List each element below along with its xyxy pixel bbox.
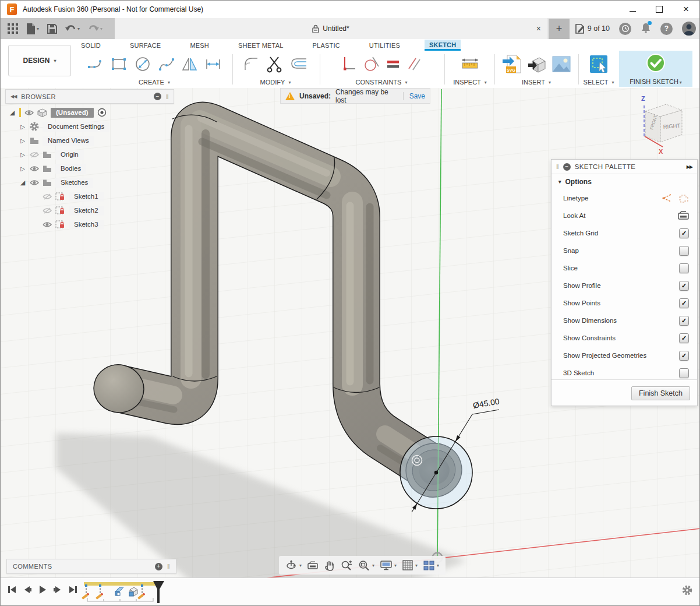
select-tool-icon[interactable] (589, 54, 609, 74)
canvas-icon[interactable] (551, 55, 571, 73)
timeline-play-button[interactable] (38, 585, 47, 594)
tree-item-sketch2[interactable]: Sketch2 (9, 203, 109, 217)
insert-svg-icon[interactable]: SVG (501, 54, 522, 75)
tree-item-bodies[interactable]: ▷ Bodies (9, 161, 109, 175)
horizontal-vertical-constraint-icon[interactable] (340, 55, 358, 73)
pan-button[interactable] (323, 559, 337, 572)
tree-item-sketches[interactable]: ◢ Sketches (9, 175, 109, 189)
file-menu-button[interactable]: ▾ (26, 23, 39, 34)
save-button[interactable] (47, 24, 57, 34)
trim-tool-icon[interactable] (266, 55, 284, 73)
tab-mesh[interactable]: MESH (185, 40, 214, 50)
tree-root-row[interactable]: ◢ (Unsaved) (9, 105, 109, 119)
tab-utilities[interactable]: UTILITIES (365, 40, 405, 50)
activate-radio-icon[interactable] (97, 108, 107, 117)
comments-bar[interactable]: COMMENTS + ‖ (6, 559, 176, 574)
finish-sketch-palette-button[interactable]: Finish Sketch (631, 386, 690, 400)
snap-checkbox[interactable] (679, 246, 689, 256)
timeline-go-to-start-button[interactable] (8, 586, 17, 594)
timeline-settings-gear-icon[interactable] (682, 585, 692, 596)
comments-grip[interactable]: ‖ (167, 563, 170, 570)
save-link[interactable]: Save (403, 92, 425, 100)
timeline-feature-sketch3[interactable] (142, 586, 153, 597)
help-button[interactable]: ? (660, 23, 673, 35)
modify-menu[interactable]: MODIFY▾ (260, 79, 291, 86)
browser-collapse-icon[interactable]: − (154, 93, 161, 100)
offset-tool-icon[interactable] (289, 55, 309, 73)
twisty-open-icon[interactable]: ◢ (19, 179, 26, 186)
viewports-button[interactable]: ▾ (422, 559, 441, 572)
show-points-checkbox[interactable]: ✓ (679, 298, 689, 308)
close-button[interactable]: × (673, 1, 699, 18)
constraints-menu[interactable]: CONSTRAINTS▾ (356, 79, 408, 86)
trial-counter[interactable]: 9 of 10 (575, 24, 610, 34)
measure-tool-icon[interactable] (459, 55, 480, 73)
slice-checkbox[interactable] (679, 263, 689, 273)
fit-button[interactable]: ▾ (356, 559, 376, 572)
equal-constraint-icon[interactable] (386, 55, 401, 73)
timeline-feature-sketch1[interactable] (86, 586, 97, 597)
close-tab-icon[interactable]: × (536, 24, 541, 33)
sketch-grid-checkbox[interactable]: ✓ (679, 228, 689, 238)
show-dimensions-checkbox[interactable]: ✓ (679, 316, 689, 326)
circle-tool-icon[interactable] (133, 54, 153, 74)
mirror-tool-icon[interactable] (181, 55, 199, 73)
browser-grip[interactable]: ‖ (166, 93, 169, 100)
add-comment-icon[interactable]: + (155, 563, 162, 570)
eye-hidden-icon[interactable] (43, 193, 52, 200)
tab-plastic[interactable]: PLASTIC (308, 40, 345, 50)
insert-mesh-icon[interactable] (527, 54, 547, 74)
eye-visible-icon[interactable] (43, 221, 52, 228)
timeline-step-forward-button[interactable] (53, 586, 62, 594)
redo-button[interactable]: ▾ (88, 24, 102, 33)
construction-linetype-icon[interactable] (661, 193, 673, 203)
show-projected-checkbox[interactable]: ✓ (679, 351, 689, 361)
show-profile-checkbox[interactable]: ✓ (679, 281, 689, 291)
tree-item-document-settings[interactable]: ▷ Document Settings (9, 119, 109, 133)
tree-item-sketch3[interactable]: Sketch3 (9, 217, 109, 231)
undo-button[interactable]: ▾ (65, 24, 80, 33)
insert-menu[interactable]: INSERT▾ (522, 79, 551, 86)
eye-visible-icon[interactable] (24, 110, 34, 116)
timeline-feature-body[interactable] (128, 586, 139, 597)
eye-hidden-icon[interactable] (43, 207, 52, 214)
tab-surface[interactable]: SURFACE (125, 40, 165, 50)
look-at-button[interactable] (306, 559, 320, 572)
twisty-open-icon[interactable]: ◢ (9, 109, 16, 117)
avatar[interactable] (682, 22, 696, 36)
tree-item-named-views[interactable]: ▷ Named Views (9, 133, 109, 147)
root-document-label[interactable]: (Unsaved) (51, 108, 94, 118)
sketch-dimension-icon[interactable] (204, 55, 222, 73)
twisty-closed-icon[interactable]: ▷ (19, 165, 26, 172)
display-settings-button[interactable]: ▾ (379, 559, 398, 572)
job-status-button[interactable] (619, 23, 631, 35)
twisty-closed-icon[interactable]: ▷ (19, 124, 26, 130)
collapse-panel-icon[interactable]: ◀◀ (10, 94, 16, 99)
orbit-button[interactable]: ▾ (284, 558, 303, 572)
tangent-constraint-icon[interactable] (362, 55, 381, 73)
notifications-button[interactable] (641, 22, 651, 36)
palette-expand-icon[interactable]: ▶▶ (687, 164, 692, 170)
eye-visible-icon[interactable] (30, 165, 39, 172)
timeline-step-back-button[interactable] (23, 586, 32, 594)
app-grid-icon[interactable] (8, 23, 18, 34)
options-section-header[interactable]: ▾ Options (551, 174, 697, 189)
create-menu[interactable]: CREATE▾ (139, 79, 170, 86)
timeline-go-to-end-button[interactable] (68, 586, 77, 594)
tree-item-origin[interactable]: ▷ Origin (9, 147, 109, 161)
rectangle-tool-icon[interactable] (109, 55, 128, 73)
eye-hidden-icon[interactable] (30, 152, 39, 158)
maximize-button[interactable] (646, 1, 673, 18)
twisty-closed-icon[interactable]: ▷ (19, 138, 26, 144)
document-tab[interactable]: Untitled* × (115, 18, 547, 39)
look-at-icon[interactable] (678, 211, 689, 220)
projected-linetype-icon[interactable] (678, 194, 689, 203)
finish-sketch-button[interactable]: FINISH SKETCH▾ (619, 51, 692, 87)
tab-sheet-metal[interactable]: SHEET METAL (234, 40, 288, 50)
tree-item-sketch1[interactable]: Sketch1 (9, 189, 109, 203)
inspect-menu[interactable]: INSPECT▾ (453, 79, 487, 86)
grid-settings-button[interactable]: ▾ (401, 559, 419, 572)
spline-tool-icon[interactable] (157, 55, 176, 73)
fillet-tool-icon[interactable] (242, 55, 261, 73)
3d-sketch-checkbox[interactable] (679, 368, 689, 378)
